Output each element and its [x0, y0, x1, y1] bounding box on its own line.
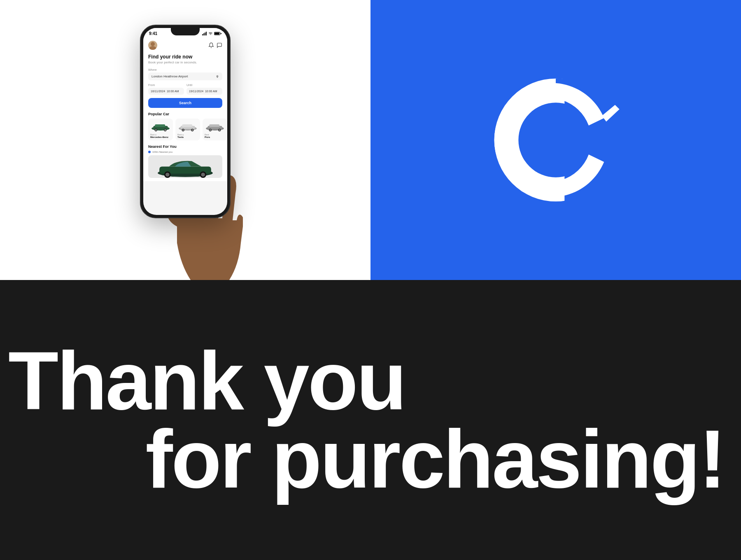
- c-logo-container: [486, 70, 626, 210]
- phone-screen: 9:41: [143, 28, 227, 215]
- phone-notch: [171, 28, 200, 35]
- app-content: Find your ride now Book your perfect car…: [143, 37, 227, 181]
- nearest-row: 100m Nearest you: [148, 151, 222, 153]
- find-subtitle: Book your perfect car in seconds.: [148, 61, 222, 64]
- svg-rect-0: [202, 34, 203, 35]
- battery-icon: [214, 32, 221, 35]
- from-date: 16/11/2024: [151, 90, 165, 93]
- svg-rect-6: [221, 33, 221, 34]
- from-time: 10:00 AM: [167, 90, 179, 93]
- car-card-mercedes[interactable]: Rent a Mercedes-Benz: [148, 119, 173, 140]
- mercedes-svg: [150, 121, 171, 132]
- car-img-tesla: [177, 121, 198, 132]
- until-input[interactable]: 19/11/2024 10:00 AM: [186, 88, 222, 95]
- until-time: 10:00 AM: [205, 90, 217, 93]
- app-header: [148, 41, 222, 50]
- top-section: 9:41: [0, 0, 741, 280]
- svg-point-8: [149, 46, 156, 50]
- bottom-section: Thank you for purchasing!: [0, 280, 741, 560]
- tesla-svg: [177, 121, 198, 132]
- thank-you-line1: Thank you: [8, 342, 725, 420]
- car-img-mercedes: [150, 121, 171, 132]
- porsche-svg: [205, 121, 225, 132]
- nearest-car-svg: [148, 155, 222, 178]
- c-logo: [490, 74, 622, 206]
- until-col: Until 19/11/2024 10:00 AM: [186, 84, 222, 95]
- cars-row: Rent a Mercedes-Benz: [148, 119, 222, 140]
- header-icons: [208, 42, 222, 48]
- avatar: [148, 41, 157, 50]
- svg-point-13: [155, 129, 157, 131]
- thank-you-line2: for purchasing!: [8, 420, 725, 498]
- wifi-icon: [208, 32, 213, 35]
- svg-point-20: [182, 129, 184, 131]
- signal-icon: [202, 32, 207, 35]
- left-panel: 9:41: [0, 0, 370, 280]
- nearest-title: Nearest For You: [148, 145, 222, 149]
- date-row: From 16/11/2024 10:00 AM Until 19/11/202…: [148, 84, 222, 95]
- svg-point-29: [219, 129, 220, 131]
- status-time: 9:41: [149, 31, 157, 36]
- svg-point-22: [191, 129, 193, 131]
- bell-icon: [208, 42, 214, 48]
- message-icon: [217, 42, 222, 48]
- where-input[interactable]: London Heathrow Airport: [148, 72, 222, 80]
- until-label: Until: [186, 84, 222, 86]
- location-pin-icon: [216, 75, 219, 78]
- where-label: Where: [148, 68, 222, 71]
- phone-mockup: 9:41: [140, 25, 231, 218]
- car2-name: Tesla: [177, 136, 198, 138]
- svg-point-15: [164, 129, 166, 131]
- svg-rect-1: [203, 33, 204, 35]
- from-col: From 16/11/2024 10:00 AM: [148, 84, 184, 95]
- svg-rect-18: [182, 124, 192, 127]
- car1-name: Mercedes-Benz: [150, 136, 171, 138]
- car-card-tesla[interactable]: Rent a Tesla: [175, 119, 200, 140]
- svg-rect-3: [206, 32, 207, 35]
- svg-rect-2: [205, 33, 205, 35]
- avatar-img: [148, 41, 157, 50]
- from-label: From: [148, 84, 184, 86]
- nearest-text: 100m Nearest you: [152, 151, 172, 153]
- car-card-porsche[interactable]: Rent Pors: [203, 119, 227, 140]
- car3-name: Pors: [205, 136, 225, 138]
- popular-car-title: Popular Car: [148, 112, 222, 116]
- status-icons: [202, 32, 221, 35]
- search-button[interactable]: Search: [148, 98, 222, 108]
- location-dot: [148, 151, 151, 153]
- svg-point-27: [210, 129, 211, 131]
- svg-point-35: [201, 173, 205, 176]
- car-img-porsche: [205, 121, 225, 132]
- svg-rect-11: [155, 124, 165, 127]
- phone-hand-container: 9:41: [82, 25, 288, 280]
- svg-rect-5: [214, 33, 219, 35]
- svg-point-33: [165, 173, 169, 176]
- where-value: London Heathrow Airport: [151, 75, 188, 78]
- right-panel: [370, 0, 741, 280]
- find-title: Find your ride now: [148, 54, 222, 60]
- svg-point-7: [151, 42, 155, 46]
- nearest-car-img: [148, 155, 222, 178]
- from-input[interactable]: 16/11/2024 10:00 AM: [148, 88, 184, 95]
- svg-rect-25: [209, 124, 219, 127]
- until-date: 19/11/2024: [189, 90, 203, 93]
